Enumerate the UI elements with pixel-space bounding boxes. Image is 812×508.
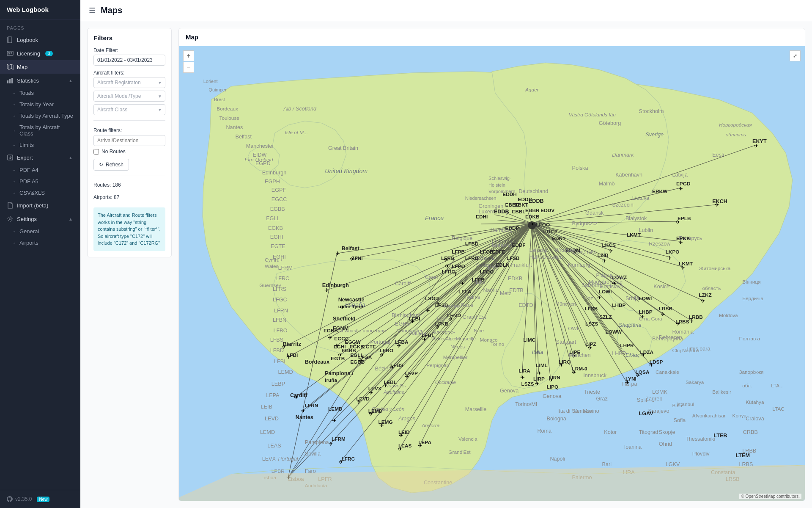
routes-count: Routes: 186	[93, 181, 165, 189]
svg-text:Newcastle: Newcastle	[338, 297, 365, 303]
sidebar-sub-totals-by-class[interactable]: → Totals by Aircraft Class	[0, 121, 80, 139]
svg-text:Nürnberg: Nürnberg	[568, 262, 590, 268]
svg-text:LFBS: LFBS	[270, 337, 284, 343]
sidebar-sub-pdf-a4[interactable]: → PDF A4	[0, 164, 80, 176]
svg-text:область: область	[702, 285, 721, 291]
svg-text:LIPQ: LIPQ	[547, 384, 559, 390]
svg-text:Lublin: Lublin	[639, 227, 653, 233]
page-title: Maps	[101, 6, 122, 15]
svg-text:EDHI: EDHI	[476, 214, 488, 220]
svg-text:✈: ✈	[301, 408, 306, 414]
svg-text:✈: ✈	[357, 399, 361, 405]
pages-label: Pages	[0, 19, 80, 33]
svg-text:Venezia: Venezia	[573, 408, 593, 414]
map-title: Map	[179, 28, 805, 46]
svg-text:Belfast: Belfast	[236, 134, 252, 140]
sidebar-sub-totals-by-type[interactable]: → Totals by Aircraft Type	[0, 110, 80, 121]
svg-text:Valencia: Valencia	[458, 436, 477, 442]
sidebar-item-logbook[interactable]: Logbook	[0, 33, 80, 47]
sidebar-item-export[interactable]: Export ▲	[0, 151, 80, 164]
sidebar-sub-pdf-a5[interactable]: → PDF A5	[0, 176, 80, 187]
sub-label-pdf-a5: PDF A5	[19, 178, 38, 185]
svg-text:Marseille: Marseille	[465, 406, 487, 412]
aircraft-class-select[interactable]: Aircraft Class	[93, 104, 165, 115]
sidebar-sub-general[interactable]: → General	[0, 226, 80, 237]
svg-text:Afyonkarahisar: Afyonkarahisar	[692, 413, 726, 419]
svg-text:EGTE: EGTE	[271, 243, 285, 249]
sidebar-item-settings[interactable]: Settings ▲	[0, 212, 80, 226]
svg-text:✈: ✈	[369, 390, 373, 396]
arrow-icon: →	[12, 128, 16, 133]
svg-text:Frankfurt: Frankfurt	[510, 262, 532, 268]
svg-text:LHBP: LHBP	[612, 351, 626, 356]
svg-text:✈: ✈	[335, 343, 339, 349]
sub-label-airports: Airports	[19, 240, 38, 246]
svg-text:✈: ✈	[678, 240, 683, 246]
sub-label-totals-by-class: Totals by Aircraft Class	[19, 124, 74, 137]
sidebar-sub-totals[interactable]: → Totals	[0, 87, 80, 99]
svg-text:LFRN: LFRN	[274, 308, 288, 314]
svg-text:Schleswig-: Schleswig-	[488, 176, 511, 181]
menu-icon[interactable]: ☰	[89, 6, 96, 15]
sidebar-sub-csv-xls[interactable]: → CSV&XLS	[0, 187, 80, 199]
svg-text:✈: ✈	[640, 314, 645, 320]
svg-text:Cluj Napoca: Cluj Napoca	[672, 348, 700, 353]
svg-text:Bologna: Bologna	[547, 416, 567, 422]
svg-text:✈: ✈	[425, 308, 430, 314]
date-filter-input[interactable]	[93, 55, 165, 66]
svg-text:Deutschland: Deutschland	[518, 188, 548, 194]
no-routes-checkbox[interactable]	[93, 149, 99, 155]
svg-text:Hannover: Hannover	[489, 242, 513, 248]
refresh-icon: ↻	[99, 162, 103, 168]
svg-text:EGPF: EGPF	[272, 187, 286, 193]
svg-text:✈: ✈	[359, 358, 363, 364]
aircraft-registration-select[interactable]: Aircraft Registraton	[93, 77, 165, 88]
zoom-in-button[interactable]: +	[183, 50, 194, 61]
svg-text:Shqipëria: Shqipëria	[619, 322, 641, 328]
settings-expand-icon: ▲	[69, 217, 73, 221]
sidebar-sub-airports[interactable]: → Airports	[0, 237, 80, 248]
sidebar-item-map[interactable]: Map	[0, 60, 80, 74]
svg-text:✈: ✈	[535, 381, 540, 387]
svg-text:Napoli: Napoli	[550, 456, 565, 462]
svg-text:✈: ✈	[398, 446, 403, 452]
svg-text:EGKB: EGKB	[268, 225, 283, 231]
svg-text:Tours: Tours	[436, 316, 449, 322]
svg-text:Torino: Torino	[491, 341, 505, 347]
svg-text:LHPR: LHPR	[620, 342, 634, 348]
svg-text:✈: ✈	[609, 248, 613, 254]
arrow-icon: →	[12, 113, 16, 118]
svg-text:LKPO: LKPO	[666, 249, 680, 255]
svg-text:LTEM: LTEM	[735, 453, 749, 458]
svg-text:LEIB: LEIB	[261, 404, 272, 410]
svg-text:Sevilla: Sevilla	[305, 451, 321, 457]
svg-text:LSZS: LSZS	[521, 381, 534, 387]
svg-text:Bialystok: Bialystok	[625, 215, 647, 221]
sidebar-item-statistics[interactable]: Statistics ▲	[0, 74, 80, 87]
svg-text:✈: ✈	[460, 281, 465, 287]
sidebar-sub-limits[interactable]: → Limits	[0, 139, 80, 151]
arrival-destination-input[interactable]	[93, 135, 165, 146]
svg-text:Balikesir: Balikesir	[712, 389, 731, 395]
aircraft-model-select[interactable]: Aircraft Model/Type	[93, 91, 165, 102]
zoom-out-button[interactable]: −	[183, 62, 194, 73]
svg-text:Zagreb: Zagreb	[645, 396, 662, 402]
svg-text:Szczecin: Szczecin	[612, 202, 634, 208]
content-area: Filters Date Filter: Aircraft filters: A…	[80, 21, 812, 508]
expand-map-button[interactable]: ⤢	[790, 50, 801, 61]
export-expand-icon: ▲	[69, 155, 73, 160]
gear-icon	[7, 215, 14, 222]
refresh-button[interactable]: ↻ Refresh	[93, 159, 129, 171]
svg-text:✈: ✈	[588, 345, 593, 351]
sidebar-sub-totals-by-year[interactable]: → Totals by Year	[0, 99, 80, 110]
svg-text:Groningen: Groningen	[478, 203, 503, 209]
svg-text:Portugal: Portugal	[278, 456, 299, 462]
svg-text:Bari: Bari	[602, 461, 612, 467]
svg-text:✈: ✈	[410, 319, 415, 325]
sidebar-item-import[interactable]: Import (beta)	[0, 199, 80, 212]
sidebar-item-licensing[interactable]: Licensing 3	[0, 47, 80, 60]
svg-text:EDKB: EDKB	[508, 276, 522, 282]
barchart-icon	[7, 77, 14, 84]
info-box: The Aircraft and Route filters works in …	[93, 207, 165, 251]
svg-text:Kabenhavn: Kabenhavn	[615, 172, 642, 178]
